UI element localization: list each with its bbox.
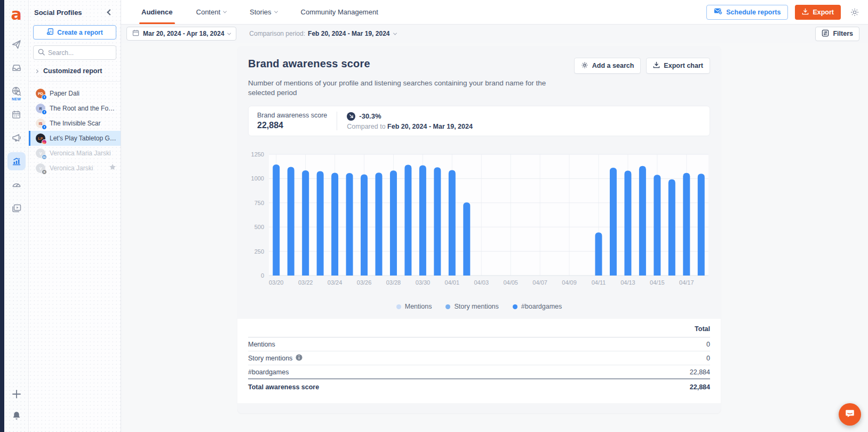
tab-stories[interactable]: Stories [250, 0, 277, 24]
svg-text:03/28: 03/28 [386, 279, 401, 286]
profile-name: Let's Play Tabletop Games ... [50, 135, 116, 142]
date-range-value: Mar 20, 2024 - Apr 18, 2024 [143, 30, 224, 37]
svg-text:04/17: 04/17 [679, 279, 694, 286]
tab-label: Community Management [301, 8, 378, 16]
bar-chart-icon [11, 156, 22, 167]
tab-audience[interactable]: Audience [141, 0, 173, 24]
compared-prefix: Compared to [347, 123, 385, 130]
customized-report-item[interactable]: Customized report [29, 60, 121, 82]
svg-text:03/26: 03/26 [357, 279, 372, 286]
comparison-period-picker[interactable]: Comparison period: Feb 20, 2024 - Mar 19… [249, 30, 396, 37]
megaphone-icon [11, 132, 22, 143]
schedule-reports-button[interactable]: Schedule reports [706, 5, 788, 20]
download-icon [653, 61, 660, 70]
avatar: Rf [36, 104, 45, 113]
media-library-nav-item[interactable] [7, 199, 26, 217]
table-row: #boardgames 22,884 [248, 365, 710, 379]
reports-nav-item[interactable] [7, 152, 26, 170]
info-icon[interactable] [296, 354, 302, 363]
card-subtitle: Number of mentions of your profile and l… [237, 78, 568, 98]
profile-row[interactable]: ISfThe Invisible Scar [29, 116, 121, 131]
date-range-picker[interactable]: Mar 20, 2024 - Apr 18, 2024 [126, 27, 236, 41]
chat-bubble-icon [845, 408, 855, 421]
search-icon [38, 48, 45, 58]
app-root: a NEW [0, 0, 868, 432]
profile-name: Veronica Jarski [50, 164, 105, 172]
filters-label: Filters [833, 30, 853, 37]
brand-awareness-chart: 03/2003/2203/2403/2603/2803/3004/0104/03… [237, 147, 721, 297]
publishing-nav-item[interactable] [7, 35, 26, 53]
table-row: Mentions 0 [248, 337, 710, 351]
brand-awareness-card: Brand awareness score Add a search [237, 46, 721, 413]
legend-label: #boardgames [521, 303, 562, 310]
calendar-icon [11, 109, 21, 120]
report-content: Brand awareness score Add a search [121, 43, 868, 432]
add-a-search-label: Add a search [592, 62, 634, 69]
agorapulse-logo[interactable]: a [9, 6, 25, 22]
tab-community-management[interactable]: Community Management [301, 0, 378, 24]
row-value: 22,884 [690, 383, 710, 391]
chat-launcher-button[interactable] [839, 403, 861, 426]
inbox-nav-item[interactable] [7, 59, 26, 77]
svg-text:03/30: 03/30 [416, 279, 431, 286]
search-input[interactable] [48, 49, 112, 57]
chevron-down-icon [274, 10, 277, 13]
filters-button[interactable]: Filters [815, 27, 859, 41]
delta-value: -30.3% [359, 112, 381, 120]
legend-dot [445, 304, 450, 309]
chevron-down-icon [227, 31, 231, 35]
tab-content[interactable]: Content [196, 0, 227, 24]
profile-row[interactable]: RfThe Root and the Fountain ... [29, 101, 121, 116]
gear-small-icon [581, 61, 588, 70]
export-chart-button[interactable]: Export chart [646, 58, 710, 74]
facebook-badge-icon: f [42, 109, 47, 115]
calendar-nav-item[interactable] [7, 105, 26, 123]
facebook-badge-icon: f [42, 95, 47, 100]
settings-gear-icon[interactable] [850, 7, 859, 17]
score-value: 22,884 [257, 121, 327, 130]
compared-range: Feb 20, 2024 - Mar 19, 2024 [387, 123, 473, 130]
svg-text:03/24: 03/24 [328, 279, 343, 286]
report-header: Audience Content Stories Community Manag… [121, 0, 868, 25]
profile-row[interactable]: LPLet's Play Tabletop Games ... [29, 131, 121, 146]
row-label: Story mentions [248, 355, 292, 362]
svg-text:500: 500 [254, 224, 264, 231]
svg-text:03/22: 03/22 [298, 279, 313, 286]
profile-row[interactable]: VXVeronica Jarski [29, 161, 121, 176]
collapse-panel-button[interactable] [106, 8, 114, 17]
profile-name: The Root and the Fountain ... [50, 105, 116, 112]
legend-label: Mentions [405, 303, 432, 310]
envelope-plus-icon [714, 7, 722, 17]
filters-icon [822, 29, 829, 38]
linkedin-badge-icon: in [42, 154, 47, 160]
video-folder-icon [11, 203, 22, 214]
plus-icon [11, 389, 22, 399]
avatar: LP [36, 133, 45, 143]
profile-name: Paper Dali [50, 90, 116, 97]
add-a-search-button[interactable]: Add a search [574, 58, 641, 74]
main-area: Audience Content Stories Community Manag… [121, 0, 868, 432]
chevron-right-icon [35, 69, 38, 73]
svg-text:0: 0 [261, 272, 264, 279]
advocacy-nav-item[interactable] [7, 129, 26, 147]
add-button[interactable] [7, 385, 26, 403]
legend-dot [396, 304, 401, 309]
export-chart-label: Export chart [664, 62, 703, 69]
table-header-total: Total [248, 322, 710, 337]
star-icon[interactable] [109, 163, 116, 173]
notifications-button[interactable] [7, 406, 26, 425]
profile-row[interactable]: PDfPaper Dali [29, 86, 121, 101]
icon-rail: a NEW [4, 0, 29, 432]
export-button[interactable]: Export [795, 5, 841, 20]
score-label: Brand awareness score [257, 112, 327, 119]
gauge-icon [11, 179, 22, 190]
chevron-down-icon [393, 31, 397, 35]
performance-nav-item[interactable] [7, 176, 26, 194]
table-total-row: Total awareness score 22,884 [248, 379, 710, 395]
create-report-label: Create a report [57, 29, 102, 36]
paper-plane-icon [11, 39, 22, 50]
row-label: Total awareness score [248, 383, 319, 391]
profile-row[interactable]: VinVeronica Maria Jarski [29, 146, 121, 161]
create-report-button[interactable]: Create a report [33, 25, 116, 40]
export-label: Export [813, 9, 834, 16]
